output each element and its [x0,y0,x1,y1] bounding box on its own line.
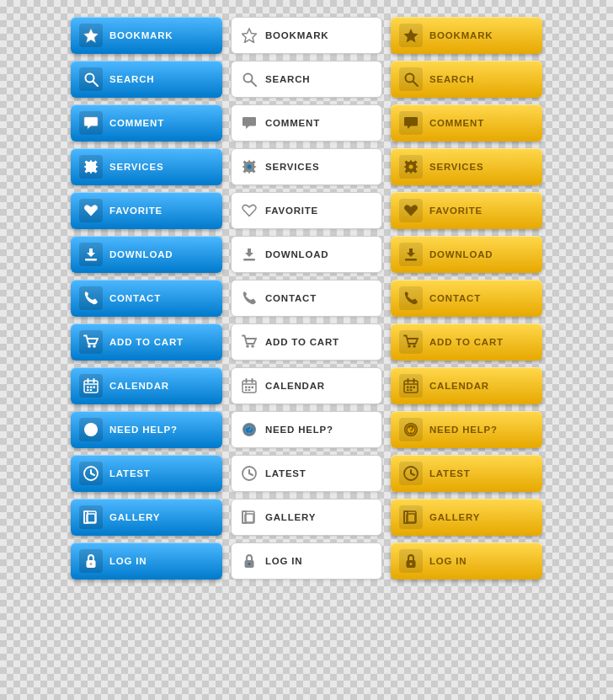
contact-label: CONTACT [265,293,373,303]
latest-button-blue[interactable]: LATEST [71,455,222,492]
svg-point-38 [251,345,254,348]
svg-rect-5 [85,259,97,261]
login-button-yellow[interactable]: LOG IN [391,542,542,580]
contact-button-yellow[interactable]: CONTACT [391,280,542,317]
calendar-icon [399,374,423,398]
svg-point-89 [410,563,413,565]
help-icon [240,420,259,439]
login-button-blue[interactable]: LOG IN [71,542,222,580]
favorite-button-white[interactable]: FAVORITE [231,192,382,229]
svg-point-8 [93,345,96,348]
search-button-yellow[interactable]: SEARCH [391,61,542,98]
gallery-label: GALLERY [109,512,214,522]
cart-icon [240,333,259,351]
addtocart-button-white[interactable]: ADD TO CART [231,323,382,361]
search-button-blue[interactable]: SEARCH [71,61,222,98]
calendar-button-blue[interactable]: CALENDAR [71,367,222,404]
comment-label: COMMENT [265,118,373,128]
needhelp-label: NEED HELP? [429,425,534,435]
contact-button-blue[interactable]: CONTACT [71,280,222,317]
clock-icon [79,462,103,485]
star-outline-icon [240,26,259,45]
services-button-yellow[interactable]: SERVICES [391,148,542,185]
gallery-button-blue[interactable]: GALLERY [71,499,222,536]
lock-icon [399,549,423,573]
svg-line-62 [413,82,418,87]
addtocart-button-blue[interactable]: ADD TO CART [71,323,222,361]
column-blue: BOOKMARKSEARCHCOMMENTSERVICESFAVORITEDOW… [71,17,222,580]
svg-point-7 [88,345,91,348]
gear-icon [79,155,103,179]
addtocart-label: ADD TO CART [109,337,214,347]
svg-rect-13 [93,387,96,389]
svg-rect-11 [87,387,89,389]
heart-icon [399,199,423,222]
addtocart-label: ADD TO CART [429,337,534,347]
login-label: LOG IN [429,556,534,566]
svg-rect-71 [407,387,409,389]
latest-button-white[interactable]: LATEST [231,455,382,492]
svg-rect-42 [248,387,251,389]
addtocart-button-yellow[interactable]: ADD TO CART [391,323,542,361]
gallery-button-white[interactable]: GALLERY [231,499,382,536]
addtocart-label: ADD TO CART [265,337,373,347]
comment-button-blue[interactable]: COMMENT [71,104,222,142]
bookmark-button-white[interactable]: BOOKMARK [231,17,382,54]
clock-icon [240,464,259,483]
svg-line-32 [252,82,257,87]
login-button-white[interactable]: LOG IN [231,542,382,580]
svg-point-21 [90,432,92,434]
svg-point-37 [246,345,249,348]
download-label: DOWNLOAD [109,249,214,259]
contact-label: CONTACT [429,293,534,303]
button-grid: BOOKMARKSEARCHCOMMENTSERVICESFAVORITEDOW… [71,17,542,580]
calendar-button-white[interactable]: CALENDAR [231,367,382,404]
calendar-label: CALENDAR [109,381,214,391]
calendar-label: CALENDAR [265,381,373,391]
comment-button-white[interactable]: COMMENT [231,104,382,142]
services-button-blue[interactable]: SERVICES [71,148,222,185]
bookmark-button-yellow[interactable]: BOOKMARK [391,17,542,54]
comment-button-yellow[interactable]: COMMENT [391,104,542,142]
gallery-label: GALLERY [429,512,534,522]
login-label: LOG IN [109,556,214,566]
needhelp-label: NEED HELP? [265,425,373,435]
search-label: SEARCH [109,74,214,84]
services-label: SERVICES [265,162,373,172]
svg-rect-35 [243,259,255,261]
gallery-button-yellow[interactable]: GALLERY [391,499,542,536]
favorite-label: FAVORITE [265,206,373,216]
search-button-white[interactable]: SEARCH [231,61,382,98]
favorite-label: FAVORITE [109,206,214,216]
latest-button-yellow[interactable]: LATEST [391,455,542,492]
favorite-label: FAVORITE [429,206,534,216]
svg-rect-12 [90,387,93,389]
heart-outline-icon [240,201,259,220]
svg-rect-74 [407,389,409,391]
calendar-button-yellow[interactable]: CALENDAR [391,367,542,404]
svg-rect-55 [243,511,254,523]
needhelp-button-blue[interactable]: NEED HELP? [71,411,222,448]
favorite-button-blue[interactable]: FAVORITE [71,192,222,229]
download-button-yellow[interactable]: DOWNLOAD [391,236,542,273]
svg-line-84 [411,473,414,475]
svg-point-64 [409,165,413,169]
phone-icon [399,286,423,310]
comment-label: COMMENT [429,118,534,128]
svg-point-67 [408,345,411,348]
svg-marker-30 [243,29,257,43]
bookmark-button-blue[interactable]: BOOKMARK [71,17,222,54]
download-button-blue[interactable]: DOWNLOAD [71,236,222,273]
services-label: SERVICES [429,162,534,172]
comment-icon [240,114,259,132]
services-button-white[interactable]: SERVICES [231,148,382,185]
svg-rect-73 [413,387,416,389]
download-button-white[interactable]: DOWNLOAD [231,236,382,273]
needhelp-button-yellow[interactable]: NEED HELP? [391,411,542,448]
contact-button-white[interactable]: CONTACT [231,280,382,317]
favorite-button-yellow[interactable]: FAVORITE [391,192,542,229]
download-icon [399,243,423,266]
needhelp-button-white[interactable]: NEED HELP? [231,411,382,448]
latest-label: LATEST [429,468,534,478]
clock-icon [399,462,423,485]
